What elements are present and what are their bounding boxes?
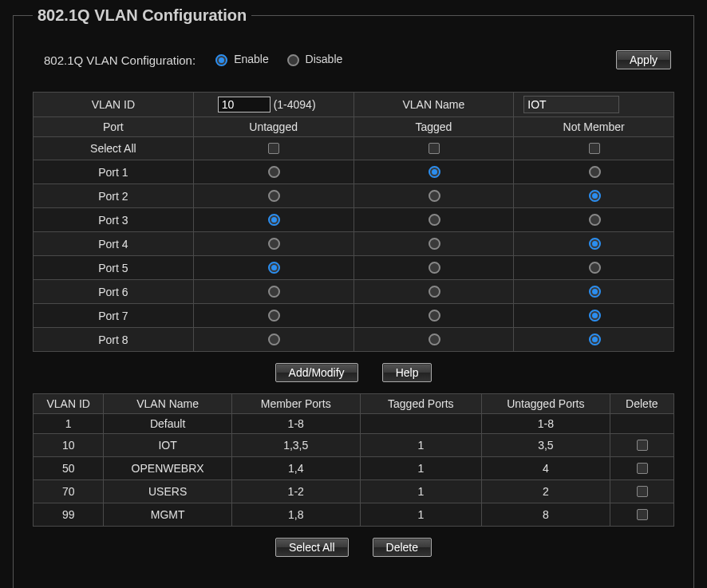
disable-option[interactable]: Disable — [283, 52, 343, 66]
vlan-cell-member: 1,3,5 — [231, 434, 360, 457]
vlan-cell-untagged: 3,5 — [482, 434, 610, 457]
vlan-cell-id: 10 — [34, 434, 104, 457]
list-hdr-untagged-ports: Untagged Ports — [482, 394, 610, 414]
port-row: Port 8 — [34, 328, 674, 352]
port-notmember-radio[interactable] — [589, 262, 601, 274]
vlan-cell-id: 70 — [34, 480, 104, 503]
untagged-header: Untagged — [193, 117, 354, 137]
vlan-cell-name: USERS — [104, 480, 232, 503]
vlan-cell-untagged: 8 — [482, 503, 610, 527]
vlan-cell-name: Default — [104, 414, 232, 434]
list-hdr-vlan-id: VLAN ID — [34, 394, 104, 414]
vlan-row[interactable]: 99MGMT1,818 — [34, 503, 674, 527]
enable-radio[interactable] — [215, 54, 227, 66]
port-notmember-radio[interactable] — [589, 238, 601, 250]
select-all-label: Select All — [34, 137, 194, 160]
port-tagged-radio[interactable] — [429, 310, 440, 322]
port-tagged-radio[interactable] — [429, 333, 440, 345]
port-label: Port 6 — [34, 280, 194, 304]
vlan-row[interactable]: 70USERS1-212 — [34, 480, 674, 503]
port-notmember-radio[interactable] — [589, 310, 601, 322]
port-tagged-radio[interactable] — [429, 190, 440, 202]
vlan-cell-tagged: 1 — [360, 503, 482, 527]
notmember-header: Not Member — [514, 117, 674, 137]
vlan-cell-tagged: 1 — [360, 480, 482, 503]
port-tagged-radio[interactable] — [429, 214, 440, 226]
port-notmember-radio[interactable] — [589, 214, 601, 226]
vlan-cell-untagged: 1-8 — [482, 414, 610, 434]
config-row: 802.1Q VLAN Configuration: Enable Disabl… — [44, 50, 671, 69]
enable-option[interactable]: Enable — [211, 52, 269, 66]
list-hdr-delete: Delete — [610, 394, 673, 414]
port-untagged-radio[interactable] — [268, 214, 280, 226]
port-untagged-radio[interactable] — [268, 262, 280, 274]
disable-label: Disable — [306, 53, 343, 65]
port-untagged-radio[interactable] — [268, 333, 280, 345]
vlan-cell-tagged: 1 — [360, 434, 482, 457]
port-row: Port 3 — [34, 208, 674, 232]
page-title: 802.1Q VLAN Configuration — [33, 6, 251, 25]
port-row: Port 7 — [34, 304, 674, 328]
vlan-delete-checkbox[interactable] — [637, 486, 648, 497]
port-label: Port 5 — [34, 256, 194, 280]
vlan-row[interactable]: 10IOT1,3,513,5 — [34, 434, 674, 457]
vlan-delete-checkbox[interactable] — [637, 440, 648, 451]
port-untagged-radio[interactable] — [268, 310, 280, 322]
vlan-id-hint: (1-4094) — [274, 98, 316, 111]
vlan-cell-tagged — [360, 414, 482, 434]
port-editor-table: VLAN ID (1-4094) VLAN Name Port Untagged… — [33, 92, 674, 352]
vlan-id-input[interactable] — [218, 97, 271, 112]
vlan-delete-checkbox[interactable] — [637, 463, 648, 474]
select-all-button[interactable]: Select All — [275, 538, 349, 557]
port-notmember-radio[interactable] — [589, 286, 601, 298]
help-button[interactable]: Help — [382, 363, 432, 382]
port-label: Port 4 — [34, 232, 194, 256]
delete-button[interactable]: Delete — [373, 538, 432, 557]
port-tagged-radio[interactable] — [429, 238, 440, 250]
list-hdr-vlan-name: VLAN Name — [104, 394, 232, 414]
port-tagged-radio[interactable] — [429, 286, 440, 298]
list-hdr-tagged-ports: Tagged Ports — [360, 394, 482, 414]
port-notmember-radio[interactable] — [589, 166, 601, 178]
port-row: Port 2 — [34, 184, 674, 208]
disable-radio[interactable] — [287, 54, 299, 66]
vlan-name-input[interactable] — [523, 96, 619, 113]
port-untagged-radio[interactable] — [268, 190, 280, 202]
port-header: Port — [34, 117, 194, 137]
vlan-cell-member: 1-8 — [231, 414, 360, 434]
config-label: 802.1Q VLAN Configuration: — [44, 53, 196, 67]
vlan-cell-name: OPENWEBRX — [104, 457, 232, 480]
add-modify-button[interactable]: Add/Modify — [275, 363, 358, 382]
port-row: Port 6 — [34, 280, 674, 304]
port-notmember-radio[interactable] — [589, 190, 601, 202]
port-untagged-radio[interactable] — [268, 238, 280, 250]
enable-label: Enable — [234, 53, 269, 65]
vlan-cell-member: 1,8 — [231, 503, 360, 527]
port-untagged-radio[interactable] — [268, 166, 280, 178]
port-tagged-radio[interactable] — [429, 166, 440, 178]
vlan-cell-untagged: 2 — [482, 480, 610, 503]
vlan-delete-checkbox[interactable] — [637, 509, 648, 520]
port-row: Port 5 — [34, 256, 674, 280]
vlan-name-header: VLAN Name — [354, 93, 514, 117]
vlan-cell-member: 1,4 — [231, 457, 360, 480]
port-tagged-radio[interactable] — [429, 262, 440, 274]
vlan-cell-tagged: 1 — [360, 457, 482, 480]
port-label: Port 3 — [34, 208, 194, 232]
vlan-list-table: VLAN ID VLAN Name Member Ports Tagged Po… — [33, 393, 674, 527]
select-all-notmember-checkbox[interactable] — [589, 143, 600, 154]
port-notmember-radio[interactable] — [589, 333, 601, 345]
vlan-cell-id: 1 — [34, 414, 104, 434]
select-all-untagged-checkbox[interactable] — [268, 143, 279, 154]
vlan-cell-id: 99 — [34, 503, 104, 527]
vlan-id-header: VLAN ID — [34, 93, 194, 117]
list-hdr-member-ports: Member Ports — [231, 394, 360, 414]
select-all-tagged-checkbox[interactable] — [429, 143, 440, 154]
port-label: Port 2 — [34, 184, 194, 208]
vlan-cell-id: 50 — [34, 457, 104, 480]
apply-button[interactable]: Apply — [616, 50, 671, 69]
vlan-cell-member: 1-2 — [231, 480, 360, 503]
vlan-row[interactable]: 50OPENWEBRX1,414 — [34, 457, 674, 480]
port-untagged-radio[interactable] — [268, 286, 280, 298]
vlan-row[interactable]: 1Default1-81-8 — [34, 414, 674, 434]
